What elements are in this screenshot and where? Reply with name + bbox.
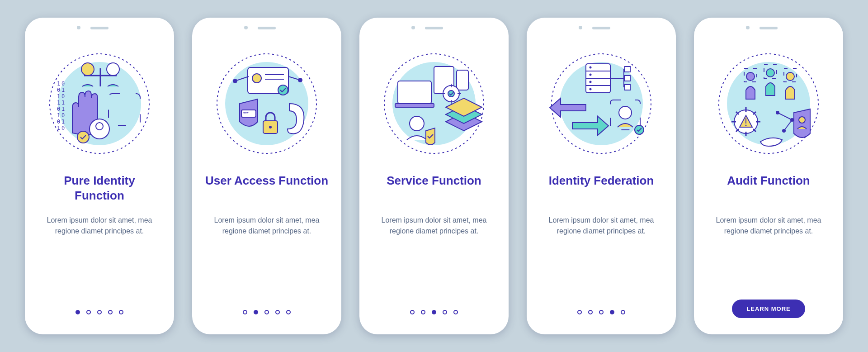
svg-text:1: 1 xyxy=(61,100,65,106)
svg-point-21 xyxy=(107,63,119,76)
svg-text:1: 1 xyxy=(57,93,60,100)
svg-point-90 xyxy=(745,125,747,126)
dot-3[interactable] xyxy=(264,310,269,314)
svg-rect-68 xyxy=(625,85,630,90)
onboarding-screen-1: 10 01 10 11 01 10 01 10 xyxy=(25,18,174,334)
dot-2[interactable] xyxy=(86,310,91,314)
dot-1[interactable] xyxy=(243,310,247,314)
onboarding-screen-4: Identity Federation Lorem ipsum dolor si… xyxy=(527,18,676,334)
dot-1[interactable] xyxy=(75,310,80,314)
svg-point-60 xyxy=(590,67,592,69)
svg-text:1: 1 xyxy=(61,119,65,125)
dot-1[interactable] xyxy=(410,310,415,314)
svg-point-53 xyxy=(410,116,424,131)
svg-rect-67 xyxy=(625,76,630,81)
onboarding-screen-5: Audit Function Lorem ipsum dolor sit ame… xyxy=(694,18,843,334)
svg-text:1: 1 xyxy=(61,106,65,112)
svg-point-78 xyxy=(786,72,794,81)
dot-2[interactable] xyxy=(254,310,258,314)
onboarding-screen-2: *** User Access Function Lorem ipsum dol… xyxy=(192,18,341,334)
screen-description: Lorem ipsum dolor sit amet, mea regione … xyxy=(205,215,329,237)
dot-1[interactable] xyxy=(577,310,582,314)
svg-text:1: 1 xyxy=(57,100,60,106)
svg-point-76 xyxy=(766,69,774,77)
screen-title: Pure Identity Function xyxy=(38,173,161,204)
screen-description: Lorem ipsum dolor sit amet, mea regione … xyxy=(38,215,161,237)
pagination-dots xyxy=(75,310,123,314)
svg-text:***: *** xyxy=(243,111,249,116)
svg-point-20 xyxy=(81,63,94,76)
screen-description: Lorem ipsum dolor sit amet, mea regione … xyxy=(372,215,496,237)
svg-text:1: 1 xyxy=(61,87,65,93)
pagination-dots xyxy=(243,310,291,314)
svg-point-23 xyxy=(90,119,109,139)
svg-text:0: 0 xyxy=(61,93,65,100)
dot-2[interactable] xyxy=(588,310,593,314)
dot-4[interactable] xyxy=(443,310,447,314)
svg-text:0: 0 xyxy=(57,87,60,93)
onboarding-screen-3: Service Function Lorem ipsum dolor sit a… xyxy=(359,18,509,334)
screen-title: Identity Federation xyxy=(549,173,654,204)
svg-point-70 xyxy=(619,106,632,119)
dot-4[interactable] xyxy=(275,310,280,314)
svg-text:0: 0 xyxy=(57,119,60,125)
svg-point-63 xyxy=(590,88,592,90)
pagination-dots xyxy=(410,310,458,314)
svg-point-96 xyxy=(799,117,805,123)
svg-text:0: 0 xyxy=(61,112,65,119)
svg-point-61 xyxy=(590,74,592,76)
svg-text:1: 1 xyxy=(57,125,60,131)
dot-3[interactable] xyxy=(97,310,102,314)
svg-text:0: 0 xyxy=(61,81,65,87)
dot-5[interactable] xyxy=(453,310,458,314)
screen-title: Audit Function xyxy=(727,173,810,204)
svg-rect-46 xyxy=(457,70,468,90)
screen-title: User Access Function xyxy=(205,173,328,204)
dot-4[interactable] xyxy=(610,310,614,314)
service-layers-icon xyxy=(375,45,493,162)
svg-point-40 xyxy=(269,126,272,128)
svg-text:0: 0 xyxy=(61,125,65,131)
svg-rect-66 xyxy=(625,67,630,72)
dot-4[interactable] xyxy=(108,310,113,314)
svg-point-25 xyxy=(77,131,89,143)
identity-biometric-icon: 10 01 10 11 01 10 01 10 xyxy=(41,45,158,162)
svg-point-74 xyxy=(746,72,755,81)
federation-arrows-icon xyxy=(542,45,660,162)
screen-title: Service Function xyxy=(387,173,481,204)
dot-3[interactable] xyxy=(432,310,436,314)
dot-5[interactable] xyxy=(286,310,291,314)
svg-point-32 xyxy=(278,85,288,95)
svg-point-52 xyxy=(448,90,454,97)
dot-5[interactable] xyxy=(621,310,625,314)
svg-text:1: 1 xyxy=(57,112,60,119)
dot-2[interactable] xyxy=(421,310,425,314)
svg-rect-43 xyxy=(398,81,431,104)
svg-rect-44 xyxy=(395,104,434,107)
dot-5[interactable] xyxy=(119,310,123,314)
learn-more-button[interactable]: LEARN MORE xyxy=(732,300,805,318)
screen-description: Lorem ipsum dolor sit amet, mea regione … xyxy=(707,215,830,237)
audit-shield-icon xyxy=(710,45,827,162)
screen-description: Lorem ipsum dolor sit amet, mea regione … xyxy=(539,215,663,237)
svg-point-29 xyxy=(252,74,261,83)
svg-text:1: 1 xyxy=(57,81,60,87)
pagination-dots xyxy=(577,310,625,314)
svg-text:0: 0 xyxy=(57,106,60,112)
svg-point-62 xyxy=(590,81,592,83)
dot-3[interactable] xyxy=(599,310,604,314)
user-access-icon: *** xyxy=(208,45,326,162)
